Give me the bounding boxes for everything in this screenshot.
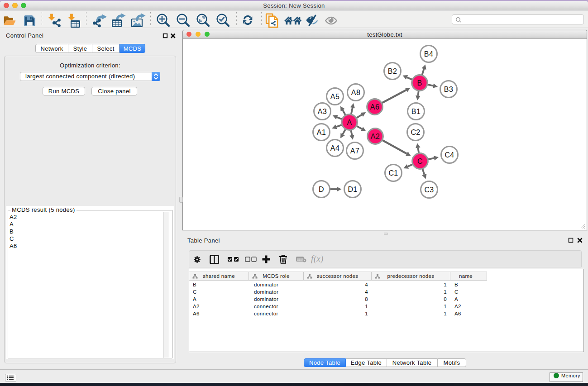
svg-text:A2: A2 bbox=[371, 133, 380, 140]
svg-text:A4: A4 bbox=[330, 144, 339, 152]
svg-text:A7: A7 bbox=[350, 147, 359, 155]
svg-text:C2: C2 bbox=[411, 129, 420, 136]
svg-text:B3: B3 bbox=[444, 86, 453, 93]
svg-text:D: D bbox=[319, 186, 324, 193]
svg-text:B4: B4 bbox=[424, 50, 433, 58]
svg-text:C4: C4 bbox=[445, 151, 454, 159]
svg-text:A1: A1 bbox=[317, 129, 326, 136]
svg-text:C: C bbox=[417, 157, 423, 165]
svg-text:B: B bbox=[417, 79, 422, 87]
svg-text:A: A bbox=[347, 119, 352, 126]
svg-text:A5: A5 bbox=[330, 93, 339, 100]
svg-text:C3: C3 bbox=[424, 186, 434, 194]
svg-text:B1: B1 bbox=[411, 108, 421, 115]
svg-text:C1: C1 bbox=[388, 169, 398, 177]
svg-text:A8: A8 bbox=[351, 89, 360, 96]
svg-text:A3: A3 bbox=[318, 108, 327, 115]
svg-text:B2: B2 bbox=[388, 67, 397, 75]
svg-text:D1: D1 bbox=[348, 186, 357, 193]
svg-text:A6: A6 bbox=[370, 103, 379, 111]
